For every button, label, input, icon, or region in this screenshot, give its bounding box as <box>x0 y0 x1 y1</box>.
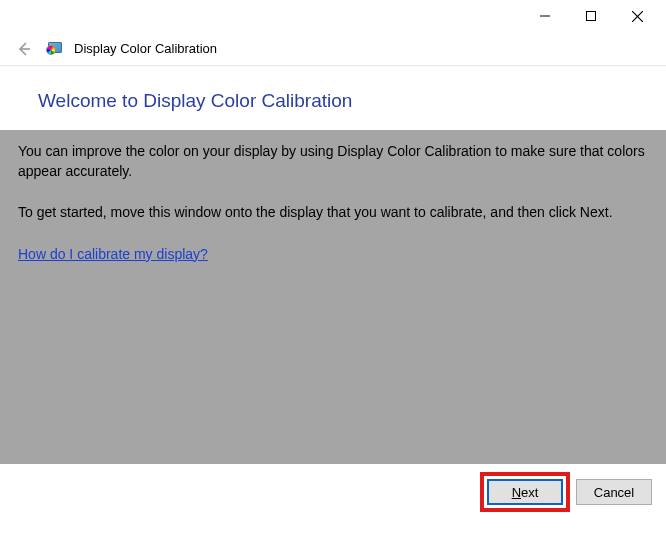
cancel-button[interactable]: Cancel <box>576 479 652 505</box>
header-title: Display Color Calibration <box>74 41 217 56</box>
app-icon <box>46 40 64 58</box>
page-heading-area: Welcome to Display Color Calibration <box>0 66 666 130</box>
content-panel: You can improve the color on your displa… <box>0 130 666 464</box>
back-icon[interactable] <box>12 37 36 61</box>
maximize-button[interactable] <box>568 1 614 31</box>
minimize-button[interactable] <box>522 1 568 31</box>
next-button-highlight: Next <box>480 472 570 512</box>
close-button[interactable] <box>614 1 660 31</box>
svg-rect-1 <box>587 12 596 21</box>
header-bar: Display Color Calibration <box>0 32 666 66</box>
intro-paragraph: You can improve the color on your displa… <box>18 142 648 181</box>
button-bar: Next Cancel <box>0 464 666 520</box>
help-link[interactable]: How do I calibrate my display? <box>18 246 208 262</box>
page-heading: Welcome to Display Color Calibration <box>38 90 628 112</box>
window-titlebar <box>0 0 666 32</box>
next-button[interactable]: Next <box>487 479 563 505</box>
instruction-paragraph: To get started, move this window onto th… <box>18 203 648 223</box>
